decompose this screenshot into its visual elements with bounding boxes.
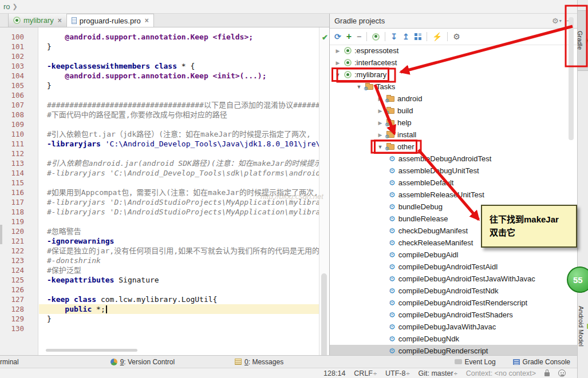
code-lines[interactable]: @android.support.annotation.Keep <fields… [39, 27, 319, 355]
context-widget[interactable]: Context: <no context> [466, 369, 536, 377]
line-number: 113 [0, 158, 38, 168]
lock-icon[interactable] [544, 372, 550, 376]
collapsed-arrow-icon[interactable]: ▶ [377, 96, 384, 102]
code-line [39, 51, 319, 61]
tree-item-label: checkReleaseManifest [398, 238, 473, 247]
line-number: 130 [0, 324, 38, 333]
expanded-arrow-icon[interactable]: ▼ [334, 72, 341, 78]
gradle-tree-item-other[interactable]: ▼other [330, 141, 577, 153]
code-line [39, 285, 319, 295]
gradle-tree-item-espressotest[interactable]: ▶:espressotest [330, 45, 577, 57]
separator [447, 32, 448, 41]
tab-proguard-rules[interactable]: proguard-rules.pro × [67, 14, 154, 27]
error-stripe[interactable]: ✔ [319, 27, 329, 355]
collapsed-arrow-icon[interactable]: ▶ [334, 60, 341, 66]
callout-text-line2: 双击它 [490, 226, 576, 239]
gradle-tree-item-compiledebugandroidtestaidl[interactable]: ⚙compileDebugAndroidTestAidl [330, 261, 577, 273]
gradle-tree-item-compiledebugandroidtestjavawithjavac[interactable]: ⚙compileDebugAndroidTestJavaWithJavac [330, 273, 577, 285]
console-icon [513, 359, 520, 365]
version-control-icon [111, 359, 117, 365]
gradle-task-icon: ⚙ [389, 287, 396, 295]
event-log-button[interactable]: Event Log [455, 358, 496, 366]
line-number: 110 [0, 129, 38, 139]
gradle-tree-item-assembledebugandroidtest[interactable]: ⚙assembleDebugAndroidTest [330, 153, 577, 165]
line-number: 111 [0, 139, 38, 149]
gutter-numbers: 1001011021031041051061071081091101111121… [0, 27, 38, 355]
gradle-settings-icon[interactable]: ⚙ [453, 33, 460, 41]
line-number: 117 [0, 197, 38, 207]
expanded-arrow-icon[interactable]: ▼ [377, 144, 384, 150]
breadcrumb-item[interactable]: ro [3, 2, 10, 11]
code-line [39, 90, 319, 100]
remove-icon[interactable]: − [357, 33, 361, 41]
gradle-tree-item-install[interactable]: ▶install [330, 129, 577, 141]
gradle-tree-item-compiledebugandroidtestndk[interactable]: ⚙compileDebugAndroidTestNdk [330, 285, 577, 297]
gradle-tree-item-compiledebugandroidtestshaders[interactable]: ⚙compileDebugAndroidTestShaders [330, 309, 577, 321]
gradle-tree-item-compiledebugndk[interactable]: ⚙compileDebugNdk [330, 333, 577, 345]
gradle-tree[interactable]: ▶:espressotest▶:interfacetest▼:mylibrary… [330, 45, 577, 355]
close-icon[interactable]: × [145, 17, 149, 25]
breadcrumb[interactable]: ro ❯ [0, 0, 588, 14]
version-control-button[interactable]: 9: Version Control [111, 358, 175, 366]
gradle-tree-item-assembledebugunittest[interactable]: ⚙assembleDebugUnitTest [330, 165, 577, 177]
gradle-tree-item-build[interactable]: ▶build [330, 105, 577, 117]
gradle-console-button[interactable]: Gradle Console [513, 358, 570, 366]
line-number: 122 [0, 246, 38, 256]
gradle-tree-item-assembledefault[interactable]: ⚙assembleDefault [330, 177, 577, 189]
gradle-tree-item-compiledebugaidl[interactable]: ⚙compileDebugAidl [330, 249, 577, 261]
collapsed-arrow-icon[interactable]: ▶ [377, 132, 384, 138]
gear-icon[interactable]: ⚙ [552, 17, 559, 25]
gradle-tree-item-android[interactable]: ▶android [330, 93, 577, 105]
group-modules-icon[interactable] [415, 33, 421, 40]
gradle-tree-item-compiledebugandroidtestrenderscript[interactable]: ⚙compileDebugAndroidTestRenderscript [330, 297, 577, 309]
line-number: 114 [0, 168, 38, 178]
tree-scrollbar[interactable] [569, 17, 574, 140]
gradle-tree-item-tasks[interactable]: ▼Tasks [330, 81, 577, 93]
code-editor[interactable]: 1001011021031041051061071081091101111121… [0, 27, 329, 355]
gradle-tree-item-assemblereleaseunittest[interactable]: ⚙assembleReleaseUnitTest [330, 189, 577, 201]
add-icon[interactable]: + [346, 33, 352, 41]
line-ending-widget[interactable]: CRLF÷ [354, 369, 377, 377]
expanded-arrow-icon[interactable]: ▼ [356, 84, 362, 90]
line-number: 106 [0, 90, 38, 100]
collapsed-arrow-icon[interactable]: ▶ [377, 108, 384, 114]
line-number: 128 [0, 304, 38, 314]
tab-mylibrary[interactable]: mylibrary × [8, 14, 67, 27]
collapse-all-icon[interactable]: ↥ [402, 33, 409, 41]
code-line: @android.support.annotation.Keep <init>(… [39, 71, 319, 81]
tree-item-label: compileDebugAndroidTestAidl [398, 262, 498, 271]
right-tool-window-bar: Gradle Android Model [577, 0, 588, 378]
line-number: 104 [0, 71, 38, 81]
line-number: 100 [0, 32, 38, 42]
caret-position-widget[interactable]: 128:14 [323, 369, 345, 377]
tree-item-label: assembleDefault [398, 178, 454, 187]
code-line: } [39, 42, 319, 51]
toggle-offline-icon[interactable]: ⚡ [432, 33, 442, 41]
git-branch-widget[interactable]: Git: master÷ [419, 369, 457, 377]
change-marker [0, 225, 2, 244]
encoding-widget[interactable]: UTF-8÷ [385, 369, 409, 377]
gradle-tree-item-compiledebugrenderscript[interactable]: ⚙compileDebugRenderscript [330, 345, 577, 355]
gradle-tree-item-compiledebugjavawithjavac[interactable]: ⚙compileDebugJavaWithJavac [330, 321, 577, 333]
gradle-tree-item-mylibrary[interactable]: ▼:mylibrary [330, 69, 577, 81]
gradle-icon [586, 38, 588, 44]
gradle-task-icon: ⚙ [389, 347, 396, 355]
gradle-attach-icon[interactable] [372, 33, 380, 41]
android-model-tool-window-button[interactable]: Android Model [578, 293, 588, 359]
collapsed-arrow-icon[interactable]: ▶ [334, 48, 341, 54]
gradle-tree-item-help[interactable]: ▶help [330, 117, 577, 129]
terminal-button[interactable]: rminal [0, 358, 19, 366]
gradle-tool-window-button[interactable]: Gradle [578, 10, 588, 71]
messages-button[interactable]: 0: Messages [235, 358, 283, 366]
vertical-scrollbar[interactable] [321, 273, 327, 355]
line-number: 116 [0, 188, 38, 197]
line-number: 108 [0, 110, 38, 120]
horizontal-scrollbar[interactable] [46, 349, 137, 352]
terminal-label: rminal [0, 358, 19, 366]
expand-all-icon[interactable]: ↧ [390, 33, 397, 41]
collapsed-arrow-icon[interactable]: ▶ [377, 120, 384, 126]
close-icon[interactable]: × [58, 17, 62, 25]
hector-inspector-icon[interactable] [558, 369, 566, 377]
refresh-icon[interactable]: ⟳ [334, 33, 341, 41]
gradle-tree-item-interfacetest[interactable]: ▶:interfacetest [330, 57, 577, 69]
